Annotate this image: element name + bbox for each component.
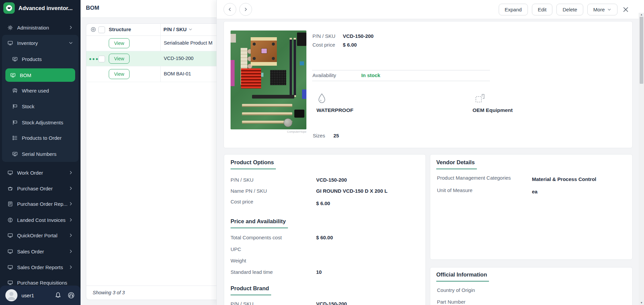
section-heading: Price and Availability [231, 218, 288, 228]
board-detail [253, 43, 256, 46]
table-row[interactable]: View Serialisable Product M [86, 36, 226, 51]
board-detail [300, 61, 304, 65]
select-all-checkbox[interactable] [98, 26, 105, 33]
sidebar-item-products[interactable]: Products [3, 52, 78, 66]
status-badge: In stock [361, 72, 380, 78]
vertical-scrollbar[interactable]: ▲ ▼ [639, 13, 644, 305]
sidebar-item-stock[interactable]: Stock [3, 100, 78, 113]
board-detail [272, 43, 275, 46]
more-button[interactable]: More [587, 4, 617, 15]
board-detail [231, 60, 235, 86]
table-header: Structure P/N / SKU [86, 24, 226, 36]
sidebar-footer: user1 [0, 286, 81, 305]
support-icon[interactable] [67, 292, 75, 299]
column-header-pn-sku[interactable]: P/N / SKU [163, 26, 193, 32]
sidebar: Advanced inventor... Administration Inve… [0, 0, 81, 305]
official-information-card: Official Information Country of Origin P… [430, 267, 633, 305]
next-record-button[interactable] [239, 3, 252, 16]
monitor-chart-icon [12, 56, 18, 62]
sidebar-item-purchase-order[interactable]: Purchase Order [3, 182, 78, 195]
scroll-down-arrow[interactable]: ▼ [639, 301, 644, 305]
avatar[interactable] [5, 289, 17, 301]
sidebar-item-quickorder-portal[interactable]: QuickOrder Portal [3, 229, 78, 242]
sidebar-item-serial-numbers[interactable]: Serial Numbers [3, 147, 78, 161]
product-summary-card: ComputerHope P/N / SKU VCD-150-200 Cost … [224, 21, 633, 148]
board-detail [251, 62, 277, 66]
sidebar-item-stock-adjustments[interactable]: Stock Adjustments [3, 116, 78, 129]
sidebar-item-administration[interactable]: Administration [3, 21, 78, 34]
row-pn-sku: BOM BAI-01 [164, 71, 191, 76]
visibility-icon[interactable] [90, 26, 96, 33]
board-detail [294, 38, 296, 97]
app-logo-icon[interactable] [3, 2, 15, 14]
view-button[interactable]: View [109, 69, 130, 79]
prev-record-button[interactable] [224, 3, 236, 16]
board-detail [294, 110, 304, 118]
sidebar-item-bom[interactable]: BOM [5, 68, 75, 82]
divider [312, 70, 490, 70]
monitor-icon [7, 249, 13, 254]
board-detail [270, 70, 286, 85]
delete-button[interactable]: Delete [556, 4, 583, 15]
chevron-right-icon [68, 201, 73, 206]
basket-icon [7, 186, 13, 191]
close-icon[interactable] [623, 6, 629, 13]
view-button[interactable]: View [109, 54, 130, 64]
sidebar-item-products-to-order[interactable]: Products to Order [3, 131, 78, 144]
field-row: Cost price $ 6.00 [231, 198, 419, 205]
gear-icon [7, 25, 13, 30]
board-detail [297, 33, 306, 46]
field-row: Weight [231, 257, 419, 264]
board-detail [272, 57, 275, 60]
scroll-up-arrow[interactable]: ▲ [639, 13, 644, 17]
chevron-right-icon [68, 265, 73, 269]
coin-icon [7, 217, 13, 223]
document-icon [7, 201, 13, 207]
sidebar-item-landed-cost-invoices[interactable]: Landed Cost Invoices [3, 213, 78, 227]
flag-icon [12, 120, 18, 125]
sidebar-item-work-order[interactable]: Work Order [3, 166, 78, 179]
monitor-icon [7, 264, 13, 270]
easel-icon [12, 88, 18, 94]
view-button[interactable]: View [109, 38, 130, 48]
flag-icon [12, 104, 18, 109]
sidebar-item-where-used[interactable]: Where used [3, 84, 78, 97]
expand-button[interactable]: Expand [499, 4, 528, 15]
sidebar-item-inventory[interactable]: Inventory [3, 36, 78, 50]
field-row: Total Components cost $ 60.00 [231, 234, 419, 241]
monitor-chart-icon [12, 151, 18, 157]
sidebar-item-purchase-order-reports[interactable]: Purchase Order Rep... [3, 197, 78, 210]
availability-row: Availability In stock [312, 72, 380, 79]
vendor-details-card: Vendor Details Product Management Catego… [430, 154, 633, 260]
sidebar-item-sales-order-reports[interactable]: Sales Order Reports [3, 260, 78, 274]
chevron-right-icon [68, 218, 73, 222]
app-title: Advanced inventor... [18, 5, 72, 11]
sort-chevron-icon[interactable] [188, 27, 193, 32]
row-pn-sku: VCD-150-200 [164, 56, 194, 61]
product-details-card: Product Options P/N / SKU VCD-150-200 Na… [224, 154, 426, 305]
product-image[interactable]: ComputerHope [230, 30, 307, 133]
row-checkbox[interactable] [98, 56, 105, 62]
page-title: BOM [86, 5, 99, 11]
field-row: UPC [231, 246, 419, 253]
column-header-structure[interactable]: Structure [109, 26, 131, 32]
scrollbar-thumb[interactable] [640, 17, 643, 84]
username: user1 [21, 293, 54, 298]
bom-table: Structure P/N / SKU View Serialisable Pr… [86, 23, 226, 300]
sidebar-item-sales-order[interactable]: Sales Order [3, 245, 78, 258]
divider [312, 81, 490, 81]
oem-equipment-icon [475, 93, 485, 103]
sizes-row: Sizes 25 [313, 132, 339, 139]
monitor-icon [7, 280, 13, 286]
row-menu-icon[interactable]: ●●● [89, 56, 99, 61]
table-row-selected[interactable]: ●●● View VCD-150-200 [86, 51, 226, 66]
waterproof-icon [316, 93, 327, 104]
bell-icon[interactable] [54, 292, 62, 299]
monitor-icon [7, 40, 13, 46]
bom-list-panel: BOM Structure P/N / SKU View Serialisabl… [81, 0, 216, 305]
board-detail [302, 89, 306, 99]
edit-button[interactable]: Edit [532, 4, 553, 15]
table-row[interactable]: View BOM BAI-01 [86, 66, 226, 82]
board-detail [252, 95, 294, 99]
field-row: P/N / SKU VCD-150-200 [312, 33, 374, 40]
